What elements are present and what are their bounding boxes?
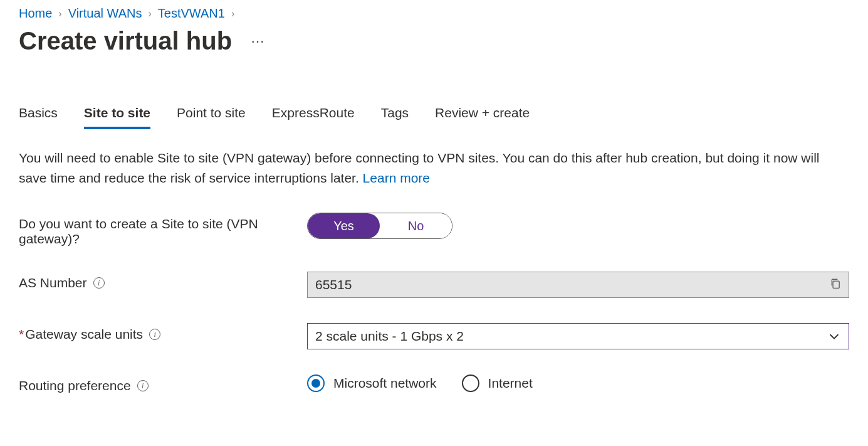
- chevron-down-icon: [827, 329, 841, 343]
- radio-internet[interactable]: Internet: [462, 374, 533, 392]
- breadcrumb-testvwan1[interactable]: TestVWAN1: [158, 6, 225, 21]
- svg-rect-0: [833, 281, 839, 288]
- radio-label: Internet: [488, 376, 533, 391]
- tab-review-create[interactable]: Review + create: [435, 105, 530, 129]
- chevron-right-icon: ›: [231, 8, 234, 19]
- scale-units-label: Gateway scale units: [25, 327, 143, 341]
- page-title: Create virtual hub: [19, 27, 232, 55]
- chevron-right-icon: ›: [149, 8, 152, 19]
- as-number-field: 65515: [307, 272, 849, 298]
- routing-preference-label: Routing preference: [19, 378, 131, 393]
- as-number-label: AS Number: [19, 275, 87, 290]
- tab-tags[interactable]: Tags: [381, 105, 409, 129]
- radio-icon: [462, 374, 479, 392]
- radio-microsoft-network[interactable]: Microsoft network: [307, 374, 437, 392]
- breadcrumb-home[interactable]: Home: [19, 6, 52, 21]
- chevron-right-icon: ›: [58, 8, 61, 19]
- toggle-no[interactable]: No: [380, 213, 452, 238]
- radio-icon: [307, 374, 325, 392]
- title-row: Create virtual hub ⋯: [19, 27, 849, 55]
- as-number-value: 65515: [315, 277, 352, 292]
- tab-point-to-site[interactable]: Point to site: [177, 105, 246, 129]
- tab-basics[interactable]: Basics: [19, 105, 58, 129]
- row-as-number: AS Number i 65515: [19, 272, 849, 298]
- more-options-icon[interactable]: ⋯: [251, 33, 266, 50]
- tab-site-to-site[interactable]: Site to site: [84, 105, 150, 129]
- tab-expressroute[interactable]: ExpressRoute: [272, 105, 355, 129]
- row-routing-preference: Routing preference i Microsoft network I…: [19, 374, 849, 393]
- breadcrumb-virtual-wans[interactable]: Virtual WANs: [68, 6, 142, 21]
- info-icon[interactable]: i: [137, 380, 149, 391]
- create-gateway-label: Do you want to create a Site to site (VP…: [19, 216, 288, 247]
- tabs: Basics Site to site Point to site Expres…: [19, 105, 849, 129]
- routing-preference-radio-group: Microsoft network Internet: [307, 374, 849, 392]
- info-icon[interactable]: i: [93, 277, 105, 289]
- create-gateway-toggle: Yes No: [307, 213, 452, 239]
- breadcrumb: Home › Virtual WANs › TestVWAN1 ›: [19, 6, 849, 21]
- row-create-gateway: Do you want to create a Site to site (VP…: [19, 213, 849, 247]
- scale-units-value: 2 scale units - 1 Gbps x 2: [315, 329, 464, 344]
- radio-label: Microsoft network: [333, 376, 437, 391]
- toggle-yes[interactable]: Yes: [308, 213, 380, 238]
- required-star: *: [19, 327, 24, 341]
- scale-units-select[interactable]: 2 scale units - 1 Gbps x 2: [307, 323, 849, 349]
- copy-icon[interactable]: [830, 278, 841, 292]
- tab-description: You will need to enable Site to site (VP…: [19, 148, 840, 188]
- row-scale-units: *Gateway scale units i 2 scale units - 1…: [19, 323, 849, 349]
- learn-more-link[interactable]: Learn more: [363, 171, 430, 185]
- info-icon[interactable]: i: [149, 329, 160, 340]
